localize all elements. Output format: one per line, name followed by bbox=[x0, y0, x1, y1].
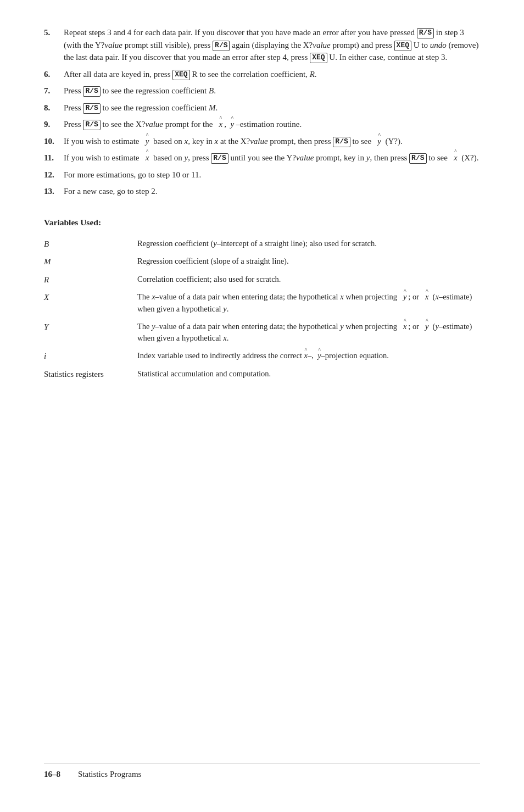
yhat-symbol-3: ^y bbox=[377, 135, 381, 148]
step-13: 13. For a new case, go to step 2. bbox=[44, 185, 480, 198]
footer: 16–8 Statistics Programs bbox=[44, 764, 480, 779]
xeq-key-1: XEQ bbox=[394, 41, 411, 51]
step-5-body: Repeat steps 3 and 4 for each data pair.… bbox=[64, 26, 480, 64]
var-desc-Y: The y–value of a data pair when entering… bbox=[137, 318, 480, 348]
step-9: 9. Press R/S to see the X?value prompt f… bbox=[44, 118, 480, 131]
var-row-X: X The x–value of a data pair when enteri… bbox=[44, 288, 480, 318]
yhat-symbol-2: ^y bbox=[146, 135, 149, 148]
content: 5. Repeat steps 3 and 4 for each data pa… bbox=[44, 26, 480, 764]
yhat-var-X: ^y bbox=[403, 291, 406, 303]
rs-key-3: R/S bbox=[83, 86, 100, 97]
step-13-num: 13. bbox=[44, 185, 64, 198]
xeq-key-3: XEQ bbox=[172, 70, 189, 80]
yhat-symbol-1: ^y bbox=[231, 118, 235, 131]
var-desc-R: Correlation coefficient; also used for s… bbox=[137, 271, 480, 289]
footer-page: 16–8 bbox=[44, 770, 60, 779]
rs-key-2: R/S bbox=[213, 41, 230, 51]
variables-table: B Regression coefficient (y–intercept of… bbox=[44, 235, 480, 383]
rs-key-5: R/S bbox=[83, 120, 100, 130]
yhat-var-i: ^y bbox=[317, 350, 321, 362]
rs-key-8: R/S bbox=[409, 153, 426, 164]
var-desc-B: Regression coefficient (y–intercept of a… bbox=[137, 235, 480, 253]
steps-list: 5. Repeat steps 3 and 4 for each data pa… bbox=[44, 26, 480, 198]
xhat-symbol-1: ^x bbox=[219, 118, 223, 131]
footer-title: Statistics Programs bbox=[78, 770, 141, 779]
var-name-R: R bbox=[44, 271, 137, 289]
step-10: 10. If you wish to estimate ^y based on … bbox=[44, 135, 480, 148]
step-12: 12. For more estimations, go to step 10 … bbox=[44, 169, 480, 181]
step-7-num: 7. bbox=[44, 85, 64, 97]
xhat-symbol-3: ^x bbox=[454, 152, 458, 164]
var-row-Y: Y The y–value of a data pair when enteri… bbox=[44, 318, 480, 348]
rs-key-6: R/S bbox=[333, 137, 350, 147]
step-8: 8. Press R/S to see the regression coeff… bbox=[44, 102, 480, 114]
step-11-body: If you wish to estimate ^x based on y, p… bbox=[64, 152, 480, 164]
var-name-X: X bbox=[44, 288, 137, 318]
var-desc-stats: Statistical accumulation and computation… bbox=[137, 365, 480, 383]
step-9-num: 9. bbox=[44, 118, 64, 131]
step-11-num: 11. bbox=[44, 152, 64, 164]
step-6-body: After all data are keyed in, press XEQ R… bbox=[64, 68, 480, 81]
var-name-stats: Statistics registers bbox=[44, 365, 137, 383]
var-desc-X: The x–value of a data pair when entering… bbox=[137, 288, 480, 318]
var-row-stats: Statistics registers Statistical accumul… bbox=[44, 365, 480, 383]
step-10-num: 10. bbox=[44, 135, 64, 148]
var-row-M: M Regression coefficient (slope of a str… bbox=[44, 253, 480, 271]
xhat-var-X: ^x bbox=[425, 291, 428, 303]
xhat-symbol-2: ^x bbox=[146, 152, 149, 164]
step-11: 11. If you wish to estimate ^x based on … bbox=[44, 152, 480, 164]
yhat-var-Y: ^y bbox=[425, 321, 428, 333]
var-name-i: i bbox=[44, 347, 137, 365]
var-name-M: M bbox=[44, 253, 137, 271]
step-8-body: Press R/S to see the regression coeffici… bbox=[64, 102, 480, 114]
rs-key-7: R/S bbox=[211, 153, 228, 164]
step-12-num: 12. bbox=[44, 169, 64, 181]
step-7-body: Press R/S to see the regression coeffici… bbox=[64, 85, 480, 97]
step-6-num: 6. bbox=[44, 68, 64, 81]
step-8-num: 8. bbox=[44, 102, 64, 114]
xeq-key-2: XEQ bbox=[310, 53, 327, 63]
variables-section: Variables Used: B Regression coefficient… bbox=[44, 218, 480, 383]
rs-key-1: R/S bbox=[417, 28, 434, 38]
step-7: 7. Press R/S to see the regression coeff… bbox=[44, 85, 480, 97]
var-desc-M: Regression coefficient (slope of a strai… bbox=[137, 253, 480, 271]
step-5-num: 5. bbox=[44, 26, 64, 64]
xhat-var-i1: ^x bbox=[304, 350, 308, 362]
step-6: 6. After all data are keyed in, press XE… bbox=[44, 68, 480, 81]
var-row-B: B Regression coefficient (y–intercept of… bbox=[44, 235, 480, 253]
rs-key-4: R/S bbox=[83, 103, 100, 114]
var-name-B: B bbox=[44, 235, 137, 253]
page: 5. Repeat steps 3 and 4 for each data pa… bbox=[0, 0, 524, 812]
step-5: 5. Repeat steps 3 and 4 for each data pa… bbox=[44, 26, 480, 64]
variables-title: Variables Used: bbox=[44, 218, 480, 227]
step-12-body: For more estimations, go to step 10 or 1… bbox=[64, 169, 480, 181]
xhat-var-Y: ^x bbox=[403, 321, 406, 333]
var-row-R: R Correlation coefficient; also used for… bbox=[44, 271, 480, 289]
step-9-body: Press R/S to see the X?value prompt for … bbox=[64, 118, 480, 131]
step-13-body: For a new case, go to step 2. bbox=[64, 185, 480, 198]
var-row-i: i Index variable used to indirectly addr… bbox=[44, 347, 480, 365]
var-name-Y: Y bbox=[44, 318, 137, 348]
var-desc-i: Index variable used to indirectly addres… bbox=[137, 347, 480, 365]
step-10-body: If you wish to estimate ^y based on x, k… bbox=[64, 135, 480, 148]
